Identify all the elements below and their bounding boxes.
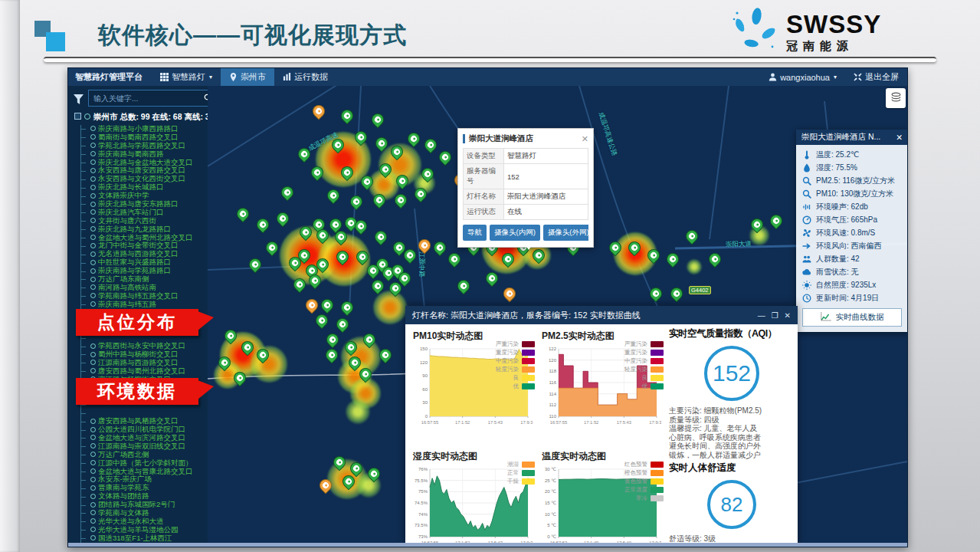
user-menu[interactable]: wangxiaohua ▾ [760,68,845,86]
svg-text:90: 90 [422,373,428,378]
tree-item[interactable]: 团结路与东城国际2号门 [80,501,208,509]
comfort-text-line: 舒适等级: 3级 [669,534,795,544]
tree-item[interactable]: 晋康南与学苑东 [80,484,208,492]
svg-text:30 ℃: 30 ℃ [545,467,556,472]
camera-external-button[interactable]: 摄像头(外网) [543,225,588,241]
tree-item[interactable]: 江源南路与西游路交叉口 [80,359,208,367]
popup-accent-bar [463,134,465,143]
tree-item[interactable]: 唐安西路与蜀州北路交叉口 [80,367,208,376]
svg-text:110: 110 [549,414,556,419]
tree-root-label: 崇州市 总数: 99 在线: 68 离线: 31 [93,112,208,121]
env-reading-row: PM2.5: 116微克/立方米 [796,174,908,187]
logo-subtext: 冠南能源 [786,40,881,51]
nav-item-smart-lamps[interactable]: 智慧路灯 ▾ [152,68,221,86]
tree-item[interactable]: 万达广场东南侧 [80,275,208,284]
tree-item-label: 崇庆南路与小康西路路口 [98,125,179,133]
realtime-curve-button[interactable]: 实时曲线数据 [802,308,902,327]
tree-item[interactable]: 永安东-崇庆广场 [80,475,208,484]
map-layers-button[interactable] [886,88,906,108]
tree-item[interactable]: 文井街与唐六西街 [80,217,208,225]
close-icon[interactable]: ✕ [896,133,903,142]
table-row: 服务器编号152 [464,164,588,189]
tree-item[interactable]: 崇庆南路与小康西路路口 [80,125,208,133]
tree-item[interactable]: 江源南路与崇双旧线交叉口 [80,442,208,451]
tree-item[interactable]: 光华大道与羊马湿地公园 [80,526,208,534]
legend-entry: 重度污染 [496,349,535,356]
tree-item[interactable]: 文体路与团结路 [80,492,208,501]
exit-fullscreen-button[interactable]: 退出全屏 [845,68,907,86]
tree-item[interactable]: 金盆地大道与晋康北路交叉口 [80,468,208,476]
search-icon [204,93,208,104]
lamp-node-icon [90,185,96,190]
camera-internal-button[interactable]: 摄像头(内网) [490,225,540,241]
tree-item[interactable]: 崇庆北路与长城路口 [80,183,208,192]
legend-entry: 正常温度 [624,486,664,493]
tree-item[interactable]: 光华大道与永和大道 [80,518,208,526]
tree-item[interactable]: 龙门中街与金带街交叉口 [80,242,208,250]
env-reading-text: 温度: 25.2℃ [816,150,859,160]
close-icon[interactable]: ✕ [785,311,791,320]
tree-item[interactable]: 无名道路与西游路交叉口 [80,250,208,258]
app-brand: 智慧路灯管理平台 [68,71,152,83]
tree-item-label: 蜀州中路与杨柳街交叉口 [98,350,179,358]
tree-item[interactable]: 金盆地大道与蜀州北路交叉口 [80,234,208,242]
tree-item[interactable]: 学苑西街与永安中路交叉口 [80,342,208,350]
tree-expand-icon[interactable] [74,113,81,120]
tree-item-label: 文井街与唐六西街 [98,217,156,225]
lamp-node-icon [90,243,96,248]
chart-legend: 严重污染重度污染中度污染轻度污染良优 [496,340,535,389]
lamp-node-icon [90,126,96,131]
tree-item[interactable]: 文体路崇庆中学 [80,192,208,200]
navigate-button[interactable]: 导航 [463,225,487,241]
tree-root-node[interactable]: 崇州市 总数: 99 在线: 68 离线: 31 [68,110,208,123]
tree-item[interactable]: 江源中路（第七小学斜对面） [80,459,208,468]
tree-item[interactable]: 崇庆南路与纬五路 [80,301,208,309]
lamp-node-icon [90,218,96,223]
env-reading-text: 雨雪状态: 无 [816,267,859,278]
tree-item[interactable]: 崇庆北路汽车站门口 [80,209,208,217]
tree-item[interactable]: 金盆地大道与滨河路交叉口 [80,434,208,442]
tree-item[interactable]: 崇庆北路与唐安东路路口 [80,200,208,209]
aqi-value: 152 [713,360,751,386]
tree-item[interactable]: 万达广场西北侧 [80,451,208,459]
tree-item[interactable]: 崇庆南路与学苑路路口 [80,267,208,275]
tree-item[interactable]: 永安西路与唐安西路交叉口 [80,166,208,175]
tree-item[interactable]: 崇庆南路与蜀南西路 [80,150,208,159]
tree-item[interactable]: 永安西路与文化西街交叉口 [80,175,208,183]
tree-item[interactable]: 崇庆北路与九龙路路口 [80,225,208,234]
tree-item-label: 国道318至F1-上林西江 [98,534,172,542]
tree-item[interactable]: 蜀南街与蜀南西路交叉口 [80,133,208,142]
minimize-icon[interactable]: — [758,311,765,320]
field-label: 设备类型 [464,149,504,164]
aqi-text-line: 质量等级: 四级 [669,416,795,425]
realtime-data-panel: 灯杆名称: 崇阳大道涧峰酒店，服务器编号: 152 实时数据曲线 — ❐ ✕ P… [405,306,798,547]
tree-item[interactable]: 中胜世家与兴盛路路口 [80,258,208,267]
tree-item[interactable]: 学苑南路与纬五路交叉口 [80,292,208,301]
search-button[interactable] [199,90,208,106]
tree-item[interactable]: 公园大道四川机电学院门口 [80,426,208,434]
gauge-icon [802,215,812,225]
legend-entry: 良 [496,374,535,381]
tree-item-label: 中胜世家与兴盛路路口 [98,258,171,266]
search-input[interactable] [89,94,199,103]
lamp-node-icon [90,176,96,182]
svg-text:15 ℃: 15 ℃ [545,501,556,505]
tree-item[interactable]: 蜀州中路与杨柳街交叉口 [80,350,208,359]
tree-item[interactable]: 南河路与高铁站南 [80,284,208,292]
tree-item[interactable]: 学苑南与文体路 [80,509,208,518]
tree-item[interactable]: 崇庆北路与金盆地大道交叉口 [80,159,208,167]
legend-entry: 潮湿 [507,461,535,468]
tree-item-label: 永安西路与唐安西路交叉口 [98,166,185,174]
tree-item[interactable]: 学苑北路与学苑西路交叉口 [80,142,208,150]
tree-item [80,409,208,417]
filter-icon[interactable] [74,94,84,104]
close-icon[interactable]: ✕ [582,135,588,143]
nav-item-city[interactable]: 崇州市 [221,68,274,86]
nav-item-runtime-data[interactable]: 运行数据 [274,68,336,86]
maximize-icon[interactable]: ❐ [772,311,778,320]
tree-item[interactable]: 国道318至F1-上林西江 [80,534,208,543]
popup-buttons: 导航摄像头(内网)摄像头(外网) [463,225,588,241]
tree-item[interactable]: 唐安西路与凤栖路交叉口 [80,417,208,426]
aqi-text-line: 心脏病、呼吸系统疾病患者 [669,433,795,442]
tree-item-label: 金盆地大道与滨河路交叉口 [98,434,185,442]
